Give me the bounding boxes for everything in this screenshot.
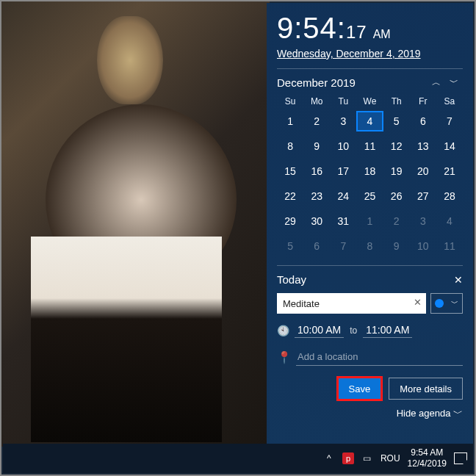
calendar-color-picker[interactable]: ﹀ [430, 293, 463, 314]
calendar-day[interactable]: 30 [303, 211, 330, 231]
calendar-day[interactable]: 14 [436, 136, 463, 156]
clock-readout: 9:54:17 AM [277, 12, 463, 45]
calendar-day[interactable]: 4 [356, 111, 383, 131]
to-label: to [350, 325, 357, 336]
calendar-day[interactable]: 3 [410, 211, 436, 231]
desktop-wallpaper [1, 1, 270, 447]
action-center-icon[interactable] [454, 452, 467, 464]
clock-seconds: 17 [346, 22, 367, 42]
clock-hhmm: 9:54: [277, 12, 346, 44]
calendar-day[interactable]: 29 [277, 211, 303, 231]
calendar-day[interactable]: 8 [277, 136, 303, 156]
calendar-day[interactable]: 2 [383, 211, 410, 231]
end-time-input[interactable]: 11:00 AM [363, 322, 412, 338]
calendar-day[interactable]: 16 [303, 161, 330, 181]
calendar-day[interactable]: 22 [277, 186, 303, 206]
calendar-day[interactable]: 10 [410, 236, 436, 256]
calendar-color-dot [435, 299, 444, 308]
calendar-day[interactable]: 27 [410, 186, 436, 206]
calendar-day[interactable]: 1 [277, 111, 303, 131]
calendar-grid: 1234567891011121314151617181920212223242… [277, 111, 463, 256]
weekday-label: Su [277, 96, 303, 107]
calendar-day[interactable]: 15 [277, 161, 303, 181]
weekday-label: Th [383, 96, 410, 107]
taskbar: ^ p ▭ ROU 9:54 AM 12/4/2019 [3, 444, 473, 473]
calendar-weekday-row: SuMoTuWeThFrSa [277, 96, 463, 107]
calendar-day[interactable]: 28 [436, 186, 463, 206]
calendar-day[interactable]: 17 [330, 161, 356, 181]
calendar-month-label[interactable]: December 2019 [277, 76, 428, 89]
location-input[interactable] [296, 348, 463, 366]
hide-agenda-button[interactable]: Hide agenda ﹀ [277, 407, 463, 420]
calendar-day[interactable]: 8 [356, 236, 383, 256]
language-indicator[interactable]: ROU [381, 453, 400, 464]
calendar-day[interactable]: 1 [356, 211, 383, 231]
tray-overflow-icon[interactable]: ^ [323, 452, 335, 464]
calendar-day[interactable]: 24 [330, 186, 356, 206]
save-button[interactable]: Save [338, 378, 382, 400]
taskbar-clock[interactable]: 9:54 AM 12/4/2019 [408, 447, 447, 469]
calendar-day[interactable]: 25 [356, 186, 383, 206]
calendar-day[interactable]: 11 [356, 136, 383, 156]
calendar-day[interactable]: 26 [383, 186, 410, 206]
calendar-day[interactable]: 12 [383, 136, 410, 156]
weekday-label: Mo [303, 96, 330, 107]
calendar-day[interactable]: 23 [303, 186, 330, 206]
calendar-day[interactable]: 5 [277, 236, 303, 256]
calendar-day[interactable]: 9 [303, 136, 330, 156]
weekday-label: Sa [436, 96, 463, 107]
system-tray: ^ p ▭ ROU 9:54 AM 12/4/2019 [323, 447, 467, 469]
calendar-day[interactable]: 31 [330, 211, 356, 231]
event-name-input[interactable] [277, 293, 426, 314]
calendar-day[interactable]: 4 [436, 211, 463, 231]
start-time-input[interactable]: 10:00 AM [295, 322, 344, 338]
more-details-button[interactable]: More details [389, 378, 463, 400]
calendar-day[interactable]: 5 [383, 111, 410, 131]
chevron-down-icon: ﹀ [453, 408, 463, 419]
divider [277, 265, 463, 266]
calendar-day[interactable]: 20 [410, 161, 436, 181]
next-month-button[interactable]: ﹀ [445, 76, 463, 89]
calendar-day[interactable]: 3 [330, 111, 356, 131]
calendar-day[interactable]: 7 [436, 111, 463, 131]
weekday-label: Tu [330, 96, 356, 107]
calendar-day[interactable]: 10 [330, 136, 356, 156]
weekday-label: We [356, 96, 383, 107]
calendar-day[interactable]: 7 [330, 236, 356, 256]
prev-month-button[interactable]: ︿ [428, 76, 445, 89]
calendar-day[interactable]: 2 [303, 111, 330, 131]
close-agenda-button[interactable]: ✕ [454, 274, 463, 286]
chevron-down-icon: ﹀ [451, 298, 458, 309]
clear-input-button[interactable]: ✕ [414, 297, 422, 308]
date-link[interactable]: Wednesday, December 4, 2019 [277, 48, 463, 60]
calendar-day[interactable]: 21 [436, 161, 463, 181]
calendar-day[interactable]: 19 [383, 161, 410, 181]
calendar-day[interactable]: 11 [436, 236, 463, 256]
calendar-day[interactable]: 18 [356, 161, 383, 181]
calendar-day[interactable]: 6 [410, 111, 436, 131]
calendar-day[interactable]: 9 [383, 236, 410, 256]
weekday-label: Fr [410, 96, 436, 107]
tray-app-icon[interactable]: ▭ [361, 452, 373, 464]
clock-icon: 🕙 [277, 325, 289, 336]
agenda-heading: Today [277, 273, 454, 286]
clock-ampm: AM [373, 28, 391, 41]
tray-app-icon[interactable]: p [342, 452, 354, 464]
location-icon: 📍 [277, 350, 289, 364]
clock-calendar-flyout: 9:54:17 AM Wednesday, December 4, 2019 D… [267, 3, 473, 447]
calendar-day[interactable]: 13 [410, 136, 436, 156]
divider [277, 68, 463, 69]
calendar-day[interactable]: 6 [303, 236, 330, 256]
